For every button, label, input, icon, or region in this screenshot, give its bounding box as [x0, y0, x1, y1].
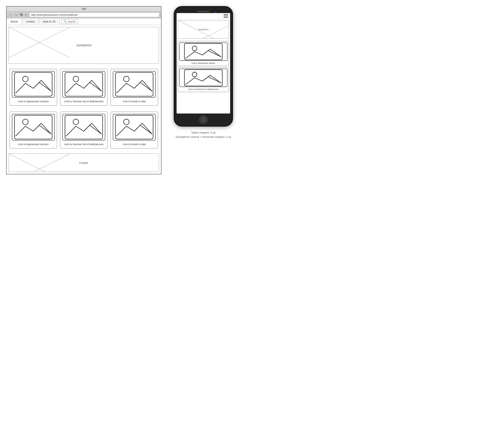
card-2-image — [62, 71, 105, 98]
nav-contact[interactable]: contact — [22, 19, 39, 24]
svg-point-19 — [192, 46, 197, 51]
card-4-image — [12, 114, 55, 141]
phone-speaker — [197, 11, 209, 12]
card-1-label: Link to depression section — [18, 100, 49, 103]
card-1[interactable]: Link to depression section — [10, 69, 57, 106]
card-6-label: Link to foods in diet — [123, 142, 146, 146]
phone-card-1-label: Link to depression section — [191, 62, 215, 64]
svg-rect-4 — [65, 73, 103, 96]
phone-home-button[interactable] — [199, 116, 207, 124]
card-5-label: Link to shocker list of deficiencies — [64, 142, 104, 146]
page-title: Title — [81, 7, 86, 10]
search-label: search — [68, 20, 76, 23]
search-box[interactable]: 🔍 search — [61, 19, 78, 24]
phone-home-inner — [201, 118, 205, 122]
card-grid-row2: Link to depression section Link to shock… — [7, 109, 161, 152]
browser-nav: Brand contact back to JS 🔍 search — [7, 18, 161, 25]
svg-rect-6 — [116, 73, 153, 96]
jumbotron: Jumbotron — [9, 27, 159, 64]
card-6[interactable]: Link to foods in diet — [111, 112, 158, 148]
phone-device: Jumbotron L — [174, 6, 233, 126]
phone-card-2-label: Link to shocker list of deficiencies — [188, 88, 218, 91]
phone-jumbotron: Jumbotron — [178, 20, 229, 39]
nav-brand[interactable]: Brand — [7, 19, 22, 24]
svg-rect-8 — [15, 115, 52, 139]
search-icon: 🔍 — [64, 20, 67, 23]
image-placeholder-svg-2 — [63, 71, 105, 97]
jumbotron-xmark — [9, 27, 70, 58]
svg-point-7 — [124, 76, 129, 82]
hamburger-line-2 — [224, 16, 228, 16]
browser-titlebar: Title — [7, 7, 161, 11]
card-3-label: Link to foods in diet — [123, 100, 146, 103]
mobile-section: Jumbotron L — [174, 6, 233, 139]
card-1-image — [12, 71, 55, 98]
mobile-caption: Tablet viewport: 2-up Smartphone vertica… — [176, 131, 231, 139]
phone-card-1[interactable]: Link to depression section — [178, 41, 229, 66]
footer-label: Footer — [79, 161, 88, 165]
card-5-image — [62, 114, 105, 141]
phone-navbar — [177, 13, 230, 19]
image-placeholder-svg-5 — [63, 114, 105, 140]
card-6-image — [113, 114, 156, 141]
image-placeholder-svg-6 — [113, 114, 155, 140]
footer-xmark — [9, 154, 70, 172]
svg-point-9 — [23, 119, 28, 125]
svg-rect-18 — [184, 43, 222, 60]
phone-screen: Jumbotron L — [177, 13, 230, 113]
svg-rect-2 — [15, 73, 52, 96]
svg-rect-20 — [184, 69, 222, 86]
phone-cards: Link to depression section Link to shock… — [177, 40, 230, 93]
phone-camera — [214, 11, 216, 13]
jumbotron-label: Jumbotron — [76, 44, 92, 47]
hamburger-menu[interactable] — [224, 14, 228, 17]
card-2[interactable]: Link to shocker list of deficiencies — [60, 69, 107, 106]
card-2-label: Link to shocker list of deficiencies — [64, 100, 104, 103]
browser-toolbar: ← → ↻ ⌂ — [7, 11, 161, 18]
svg-point-21 — [192, 72, 197, 77]
svg-point-3 — [23, 76, 28, 82]
image-placeholder-svg — [12, 71, 54, 97]
hamburger-line-1 — [224, 14, 228, 15]
svg-point-5 — [73, 76, 79, 82]
phone-card-2[interactable]: Link to shocker list of deficiencies — [178, 67, 229, 92]
svg-line-15 — [9, 154, 70, 172]
svg-point-11 — [73, 119, 79, 125]
address-bar[interactable] — [29, 13, 159, 17]
card-5[interactable]: Link to shocker list of deficiencies — [60, 112, 107, 148]
card-3[interactable]: Link to foods in diet — [111, 69, 158, 106]
desktop-wireframe: Title ← → ↻ ⌂ Brand contact back to JS 🔍… — [6, 6, 161, 174]
phone-card-2-image — [179, 69, 227, 87]
image-placeholder-svg-4 — [12, 114, 54, 140]
caption-line-1: Tablet viewport: 2-up — [176, 131, 231, 135]
hamburger-line-3 — [224, 17, 228, 17]
back-button[interactable]: ← — [8, 13, 12, 17]
phone-image-svg-2 — [180, 69, 227, 87]
phone-jumbotron-label: Jumbotron — [198, 28, 209, 31]
image-placeholder-svg-3 — [113, 71, 155, 97]
phone-card-1-image — [179, 43, 227, 61]
card-3-image — [113, 71, 156, 98]
card-4[interactable]: Link to depression section — [10, 112, 57, 148]
nav-back[interactable]: back to JS — [39, 19, 60, 24]
reload-button[interactable]: ↻ — [20, 13, 23, 17]
card-grid-row1: Link to depression section Link to shock… — [7, 66, 161, 109]
svg-rect-12 — [116, 115, 153, 139]
card-4-label: Link to depression section — [18, 142, 49, 146]
forward-button[interactable]: → — [14, 13, 18, 17]
svg-rect-10 — [65, 115, 103, 139]
home-button[interactable]: ⌂ — [25, 13, 28, 17]
caption-line-2: Smartphone vertical + horizontal viewpor… — [176, 135, 231, 139]
svg-point-13 — [124, 119, 129, 125]
phone-image-svg-1 — [180, 43, 227, 61]
footer: Footer — [9, 154, 159, 172]
